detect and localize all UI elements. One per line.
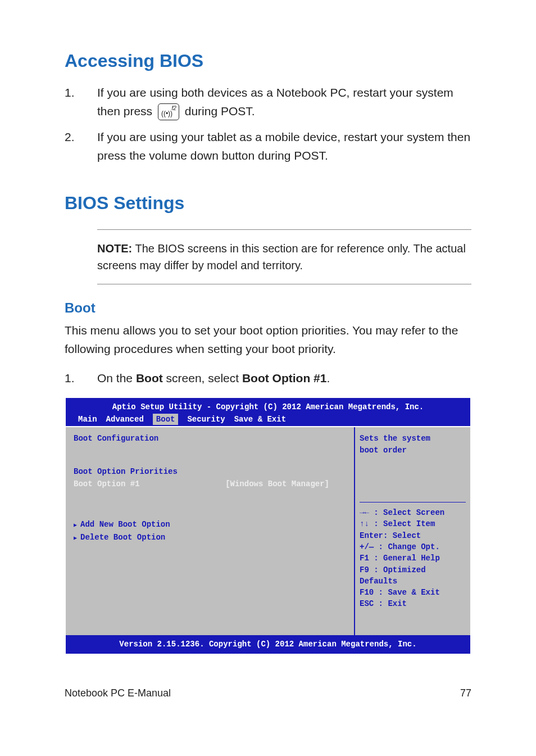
note-box: NOTE: The BIOS screens in this section a… — [97, 229, 471, 284]
bios-boot-option-1: Boot Option #1 [Windows Boot Manager] — [74, 478, 346, 490]
bios-left-pane: Boot Configuration Boot Option Prioritie… — [66, 427, 355, 635]
heading-boot: Boot — [65, 300, 471, 316]
list-body: If you are using your tablet as a mobile… — [97, 128, 471, 165]
list-number: 1. — [65, 369, 97, 388]
bios-del-label: Delete Boot Option — [80, 533, 165, 542]
list-item-1: 1. If you are using both devices as a No… — [65, 84, 471, 120]
bios-divider — [360, 502, 466, 503]
bios-tabs: Main Advanced Boot Security Save & Exit — [66, 413, 470, 426]
list-body: On the Boot screen, select Boot Option #… — [97, 369, 471, 388]
heading-bios-settings: BIOS Settings — [65, 193, 471, 214]
heading-accessing-bios: Accessing BIOS — [65, 51, 471, 71]
bios-body: Boot Configuration Boot Option Prioritie… — [66, 426, 470, 635]
list-item-boot-1: 1. On the Boot screen, select Boot Optio… — [65, 369, 471, 388]
bios-desc2: boot order — [360, 445, 466, 456]
footer-left: Notebook PC E-Manual — [65, 687, 171, 699]
bios-help-f9: F9 : Optimized Defaults — [360, 564, 466, 587]
bios-tab-advanced: Advanced — [106, 414, 144, 425]
bios-help-arrows: →← : Select Screen — [360, 507, 466, 518]
bios-tab-save: Save & Exit — [234, 414, 286, 425]
boot-paragraph: This menu allows you to set your boot op… — [65, 322, 471, 358]
text-fragment: screen, select — [163, 372, 242, 384]
page-footer: Notebook PC E-Manual 77 — [65, 687, 471, 699]
text-fragment: If you are using both devices as a Noteb… — [97, 86, 453, 117]
bios-opt1-label: Boot Option #1 — [74, 478, 140, 490]
bios-right-pane: Sets the system boot order →← : Select S… — [355, 427, 470, 635]
list-item-2: 2. If you are using your tablet as a mob… — [65, 128, 471, 165]
bios-help-plusminus: +/— : Change Opt. — [360, 541, 466, 553]
bios-desc1: Sets the system — [360, 433, 466, 444]
footer-page-number: 77 — [460, 687, 471, 699]
bios-help-f10: F10 : Save & Exit — [360, 587, 466, 598]
bios-help-enter: Enter: Select — [360, 530, 466, 541]
bios-help-esc: ESC : Exit — [360, 598, 466, 609]
note-label: NOTE: — [97, 242, 132, 255]
bios-screenshot: Aptio Setup Utility - Copyright (C) 2012… — [66, 398, 470, 654]
text-fragment: . — [326, 372, 330, 384]
bios-add-label: Add New Boot Option — [80, 520, 170, 529]
list-number: 1. — [65, 84, 97, 120]
bios-boot-priorities: Boot Option Priorities — [74, 466, 346, 477]
bios-boot-config: Boot Configuration — [74, 433, 346, 444]
page-content: Accessing BIOS 1. If you are using both … — [0, 0, 536, 722]
list-body: If you are using both devices as a Noteb… — [97, 84, 471, 120]
f2-key-icon: f2 ((•)) — [158, 103, 179, 120]
key-wave-icon: ((•)) — [161, 108, 172, 119]
note-text: The BIOS screens in this section are for… — [97, 242, 466, 271]
text-fragment: On the — [97, 372, 136, 384]
bios-tab-main: Main — [78, 414, 97, 425]
bios-add-boot-option: Add New Boot Option — [74, 519, 346, 530]
bios-help-f1: F1 : General Help — [360, 553, 466, 564]
text-fragment: during POST. — [185, 105, 255, 117]
bios-tab-boot-active: Boot — [153, 414, 179, 425]
bold-boot-option: Boot Option #1 — [242, 372, 327, 384]
bios-tab-security: Security — [187, 414, 225, 425]
bios-opt1-value: [Windows Boot Manager] — [225, 478, 329, 490]
list-number: 2. — [65, 128, 97, 165]
bold-boot: Boot — [136, 372, 163, 384]
bios-header: Aptio Setup Utility - Copyright (C) 2012… — [66, 398, 470, 413]
bios-delete-boot-option: Delete Boot Option — [74, 532, 346, 543]
bios-footer: Version 2.15.1236. Copyright (C) 2012 Am… — [66, 635, 470, 653]
bios-help-updown: ↑↓ : Select Item — [360, 518, 466, 529]
